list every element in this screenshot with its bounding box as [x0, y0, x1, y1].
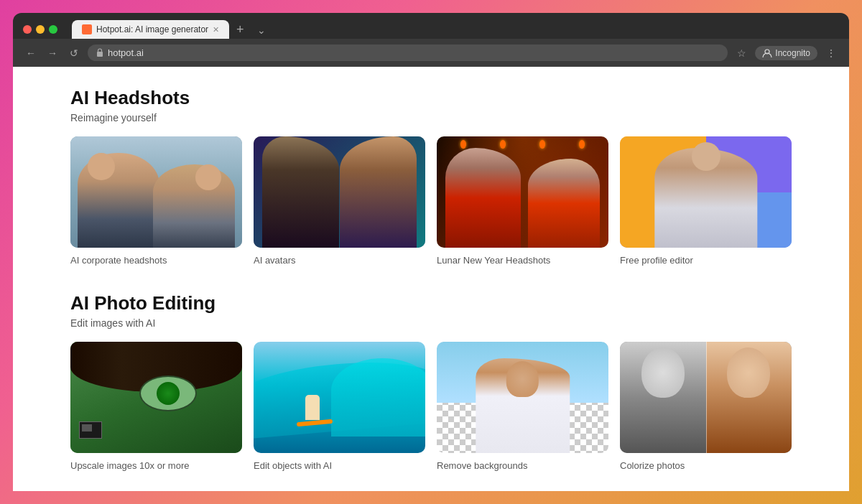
lantern-2: [500, 140, 506, 149]
card-colorize-image: [620, 342, 792, 453]
minimize-button[interactable]: [36, 25, 45, 34]
card-remove-bg[interactable]: Remove backgrounds: [437, 342, 608, 472]
lantern-1: [460, 140, 466, 149]
maximize-button[interactable]: [49, 25, 57, 34]
card-ai-avatars[interactable]: AI avatars: [254, 136, 425, 266]
close-button[interactable]: [23, 25, 32, 34]
card-lunar-label: Lunar New Year Headshots: [437, 255, 550, 266]
card-edit-objects-image: [254, 342, 425, 453]
person-silhouette-right: [153, 164, 236, 248]
upscale-comparison-box: [79, 421, 102, 439]
card-corporate-label: AI corporate headshots: [70, 255, 167, 266]
profile-head: [692, 142, 720, 171]
svg-point-0: [84, 27, 90, 32]
photo-editing-grid: Upscale images 10x or more Edit objects …: [70, 342, 792, 472]
title-bar: Hotpot.ai: AI image generator ✕ + ⌄: [13, 13, 849, 39]
incognito-text: Incognito: [775, 48, 810, 58]
colorize-left-panel: [620, 342, 706, 453]
upscale-box-inner: [82, 424, 92, 431]
forward-button[interactable]: →: [45, 45, 60, 61]
card-profile-label: Free profile editor: [620, 255, 693, 266]
headshots-subtitle: Reimagine yourself: [70, 112, 792, 123]
card-corporate-headshots[interactable]: AI corporate headshots: [70, 136, 242, 266]
nav-bar: ← → ↺ hotpot.ai ☆ Incognito ⋮: [13, 39, 849, 67]
lock-icon: [96, 48, 103, 58]
surfer-figure: [305, 395, 320, 420]
headshots-section: AI Headshots Reimagine yourself AI corpo…: [70, 87, 792, 266]
photo-editing-subtitle: Edit images with AI: [70, 317, 792, 329]
fantasy-char-1: [262, 136, 340, 248]
lunar-person-2: [528, 159, 600, 248]
lanterns-decoration: [437, 140, 608, 149]
card-colorize[interactable]: Colorize photos: [620, 342, 792, 472]
colorize-face-right: [727, 347, 770, 398]
card-remove-bg-image: [437, 342, 608, 453]
tab-title: Hotpot.ai: AI image generator: [96, 24, 208, 34]
head-right: [195, 164, 221, 190]
active-tab[interactable]: Hotpot.ai: AI image generator ✕: [72, 20, 229, 39]
wave-2: [331, 358, 425, 437]
card-corporate-image: [70, 136, 242, 248]
tab-favicon: [82, 24, 92, 34]
more-options-icon[interactable]: ⋮: [823, 45, 839, 61]
back-button[interactable]: ←: [23, 45, 39, 61]
traffic-lights: [23, 25, 57, 34]
card-avatars-label: AI avatars: [254, 255, 296, 266]
head-left: [88, 153, 115, 180]
browser-window: Hotpot.ai: AI image generator ✕ + ⌄ ← → …: [0, 0, 862, 504]
lantern-3: [539, 140, 545, 149]
card-upscale-image: [70, 342, 242, 453]
page-content: AI Headshots Reimagine yourself AI corpo…: [13, 67, 849, 491]
new-tab-button[interactable]: +: [231, 20, 250, 39]
tab-bar: Hotpot.ai: AI image generator ✕ + ⌄: [72, 20, 272, 39]
card-remove-bg-label: Remove backgrounds: [437, 460, 527, 471]
lantern-4: [579, 140, 585, 149]
card-edit-objects-label: Edit objects with AI: [254, 460, 332, 471]
url-text: hotpot.ai: [108, 47, 144, 58]
colorize-right-panel: [706, 342, 792, 453]
card-profile-editor[interactable]: Free profile editor: [620, 136, 792, 266]
card-upscale[interactable]: Upscale images 10x or more: [70, 342, 242, 472]
photo-editing-title: AI Photo Editing: [70, 292, 792, 314]
address-bar[interactable]: hotpot.ai: [88, 45, 728, 61]
colorize-face-left: [641, 347, 685, 398]
lunar-person-1: [445, 148, 521, 248]
card-profile-image: [620, 136, 792, 248]
card-upscale-label: Upscale images 10x or more: [70, 460, 189, 471]
headshots-title: AI Headshots: [70, 87, 792, 109]
incognito-badge: Incognito: [755, 46, 817, 60]
remove-bg-head: [506, 361, 539, 397]
tab-close-icon[interactable]: ✕: [213, 25, 219, 34]
fantasy-char-2: [340, 136, 417, 248]
svg-rect-1: [97, 52, 103, 57]
eye-iris: [157, 382, 180, 405]
reload-button[interactable]: ↺: [66, 45, 82, 61]
browser-chrome: Hotpot.ai: AI image generator ✕ + ⌄ ← → …: [13, 13, 849, 67]
remove-bg-person: [476, 358, 570, 453]
eye-detail: [139, 375, 197, 411]
card-avatars-image: [254, 136, 425, 248]
card-colorize-label: Colorize photos: [620, 460, 685, 471]
photo-editing-section: AI Photo Editing Edit images with AI Ups: [70, 292, 792, 472]
card-lunar-image: [437, 136, 608, 248]
bookmark-icon[interactable]: ☆: [733, 45, 749, 61]
headshots-grid: AI corporate headshots AI avatars: [70, 136, 792, 266]
card-edit-objects[interactable]: Edit objects with AI: [254, 342, 425, 472]
colorize-divider: [706, 342, 707, 453]
card-lunar-headshots[interactable]: Lunar New Year Headshots: [437, 136, 608, 266]
window-expand-icon[interactable]: ⌄: [251, 22, 272, 39]
